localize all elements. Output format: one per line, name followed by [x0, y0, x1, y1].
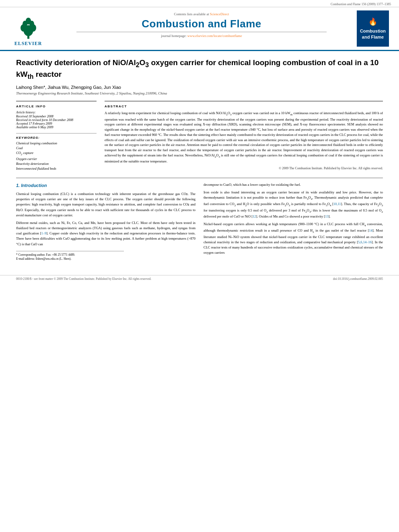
flame-icon: 🔥 [368, 17, 377, 27]
paper-title: Reactivity deterioration of NiO/Al2O3 ox… [16, 58, 383, 81]
intro-para2: Different metal oxides, such as Ni, Fe, … [16, 220, 195, 247]
right-para3: Nickel-based oxygen carriers allows work… [204, 222, 383, 255]
sciencedirect-link: Contents lists available at ScienceDirec… [52, 12, 351, 16]
accepted-date: Accepted 17 February 2009 [16, 122, 52, 125]
keywords-section: Keywords: Chemical looping combustion Co… [16, 133, 97, 170]
article-info: ARTICLE INFO Article history: Received 1… [16, 101, 97, 171]
body-columns: 1. Introduction Chemical looping combust… [16, 182, 383, 261]
ref-13: 13 [325, 214, 329, 218]
copyright-line: © 2009 The Combustion Institute. Publish… [105, 166, 383, 170]
header-divider [76, 32, 327, 32]
issn-text: 0010-2180/$ - see front matter © 2009 Th… [16, 277, 151, 281]
keyword-5: Reactivity deterioration [16, 162, 97, 166]
keyword-1: Chemical looping combustion [16, 141, 97, 145]
ref-10-11: 10,11 [333, 202, 341, 206]
journal-citation: Combustion and Flame 156 (2009) 1377–138… [331, 2, 391, 6]
left-body-col: 1. Introduction Chemical looping combust… [16, 182, 195, 261]
keyword-6: Interconnected fluidized beds [16, 166, 97, 170]
ref-14: 14 [369, 228, 373, 232]
top-bar: Combustion and Flame 156 (2009) 1377–138… [0, 0, 399, 7]
footnote-star: * Corresponding author. Fax: +86 25 5771… [16, 253, 195, 261]
abstract-title: ABSTRACT [105, 105, 383, 108]
doi-text: doi:10.1016/j.combustflame.2009.02.005 [333, 277, 383, 281]
keywords-title: Keywords: [16, 136, 97, 140]
paper-affiliation: Thermoenergy Engineering Research Instit… [16, 91, 383, 95]
journal-title: Combustion and Flame [52, 18, 351, 30]
paper-authors: Laihong Shen*, Jiahua Wu, Zhengping Gao,… [16, 85, 383, 90]
logo-line1: Combustion [360, 28, 386, 34]
online-date: Available online 6 May 2009 [16, 125, 53, 129]
revised-date: Received in revised form 10 December 200… [16, 118, 73, 122]
intro-heading: 1. Introduction [16, 182, 195, 189]
logo-line2: and Flame [362, 34, 384, 40]
ref-1-9: 1–9 [41, 231, 46, 235]
received-date: Received 18 September 2008 [16, 115, 53, 118]
abstract-text: A relatively long-term experiment for ch… [105, 111, 383, 164]
elsevier-label: ELSEVIER [14, 41, 42, 47]
elsevier-tree-icon [17, 18, 39, 40]
history-label: Article history: [16, 111, 97, 114]
ref-5-6-14-16: 5,6,14–16 [358, 240, 372, 244]
elsevier-logo: ELSEVIER [8, 10, 48, 47]
journal-header: ELSEVIER Contents lists available at Sci… [0, 7, 399, 51]
article-abstract-section: ARTICLE INFO Article history: Received 1… [16, 101, 383, 171]
right-para1: decompose to Cu₂O, which has a lower cap… [204, 182, 383, 187]
sciencedirect-anchor[interactable]: ScienceDirect [210, 12, 229, 16]
journal-homepage: journal homepage: www.elsevier.com/locat… [52, 34, 351, 38]
logo-box: 🔥 Combustion and Flame [357, 10, 389, 47]
keyword-3: CO2 capture [16, 151, 97, 156]
keyword-4: Oxygen carrier [16, 157, 97, 161]
keyword-2: Coal [16, 146, 97, 150]
footnote-divider [16, 251, 124, 251]
paper-content: Reactivity deterioration of NiO/Al2O3 ox… [0, 51, 399, 269]
journal-center: Contents lists available at ScienceDirec… [48, 10, 355, 47]
ref-12: 12 [253, 214, 256, 218]
right-para2: Iron oxide is also found interesting as … [204, 190, 383, 219]
intro-para1: Chemical looping combustion (CLC) is a c… [16, 191, 195, 218]
bottom-bar: 0010-2180/$ - see front matter © 2009 Th… [0, 275, 399, 282]
article-info-title: ARTICLE INFO [16, 105, 97, 108]
abstract-section: ABSTRACT A relatively long-term experime… [105, 101, 383, 171]
article-history: Article history: Received 18 September 2… [16, 111, 97, 129]
right-body-col: decompose to Cu₂O, which has a lower cap… [204, 182, 383, 261]
svg-point-6 [25, 18, 31, 25]
journal-logo-box: 🔥 Combustion and Flame [355, 10, 391, 47]
main-divider [16, 178, 383, 178]
